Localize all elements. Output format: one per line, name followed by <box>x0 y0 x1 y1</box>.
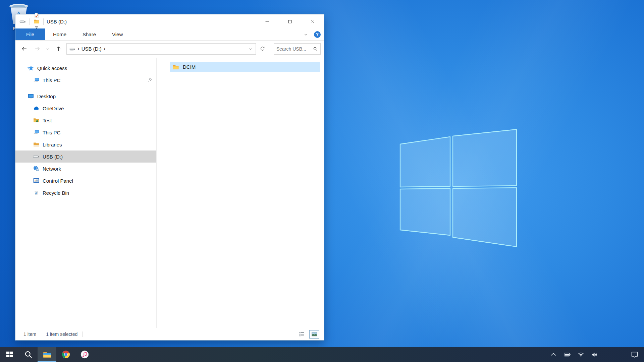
sidebar-item-this-pc[interactable]: This PC <box>15 126 156 138</box>
caption-button-close[interactable] <box>301 14 324 28</box>
quick-access-toolbar <box>15 12 44 31</box>
action-center-icon[interactable] <box>631 351 639 359</box>
sidebar-item-recycle-bin[interactable]: Recycle Bin <box>15 187 156 199</box>
expand-ribbon-chevron-icon[interactable] <box>303 32 309 38</box>
caption-button-minimize[interactable] <box>256 14 278 28</box>
details-view-button[interactable] <box>297 330 307 339</box>
folder-icon[interactable] <box>34 18 40 24</box>
back-button[interactable] <box>17 43 31 55</box>
caption-button-maximize[interactable] <box>278 14 301 28</box>
file-explorer-window: USB (D:) FileHomeShareView ? › USB (D: <box>15 14 324 341</box>
taskbar <box>0 347 644 362</box>
search-icon[interactable] <box>313 46 318 52</box>
sidebar-item-usb-d[interactable]: USB (D:) <box>15 150 156 163</box>
volume-icon[interactable] <box>591 351 598 358</box>
ribbon-menu-bar: FileHomeShareView ? <box>15 28 324 41</box>
item-count: 1 item <box>23 331 36 337</box>
sidebar-item-quick-access[interactable]: Quick access <box>15 62 156 74</box>
taskbar-button-itunes[interactable] <box>75 347 94 362</box>
battery-icon[interactable] <box>564 351 571 358</box>
status-bar: 1 item 1 item selected <box>15 328 324 340</box>
breadcrumb-drive[interactable]: USB (D:) <box>82 46 102 52</box>
address-usb-drive-icon <box>69 46 75 52</box>
breadcrumb-chevron[interactable]: › <box>77 46 79 52</box>
wifi-icon[interactable] <box>577 351 585 358</box>
pin-icon <box>147 77 152 83</box>
sidebar-item-this-pc[interactable]: This PC <box>15 74 156 86</box>
file-item-dcim[interactable]: DCIM <box>170 62 320 72</box>
checkmark-document-icon[interactable] <box>34 12 40 18</box>
sidebar-item-desktop[interactable]: Desktop <box>15 90 156 102</box>
navigation-sidebar: Quick access This PC Desktop <box>15 58 157 328</box>
title-bar[interactable]: USB (D:) <box>15 14 324 28</box>
menu-tab-home[interactable]: Home <box>45 28 74 40</box>
taskbar-button-file-explorer[interactable] <box>38 347 56 362</box>
windows-logo-wallpaper <box>399 127 519 249</box>
large-icons-view-button[interactable] <box>309 330 319 339</box>
sidebar-item-libraries[interactable]: Libraries <box>15 138 156 150</box>
search-box[interactable] <box>274 43 321 55</box>
menu-tab-view[interactable]: View <box>104 28 131 40</box>
sidebar-item-control-panel[interactable]: Control Panel <box>15 175 156 187</box>
search-input[interactable] <box>276 46 311 52</box>
taskbar-button-start[interactable] <box>0 347 19 362</box>
qat-separator <box>30 18 30 25</box>
forward-button[interactable] <box>31 43 44 55</box>
file-list-pane[interactable]: DCIM <box>157 58 324 328</box>
address-bar[interactable]: › USB (D:) › <box>66 43 256 55</box>
taskbar-button-search[interactable] <box>19 347 38 362</box>
caption-buttons <box>256 14 324 28</box>
taskbar-button-chrome[interactable] <box>56 347 75 362</box>
selection-count: 1 item selected <box>46 331 77 337</box>
up-button[interactable] <box>52 43 65 55</box>
address-dropdown-chevron[interactable] <box>248 47 253 51</box>
sidebar-item-onedrive[interactable]: OneDrive <box>15 102 156 114</box>
menu-tab-share[interactable]: Share <box>74 28 104 40</box>
navigation-toolbar: › USB (D:) › <box>15 41 324 57</box>
window-title: USB (D:) <box>47 19 67 24</box>
recent-locations-chevron[interactable] <box>44 43 52 55</box>
qat-separator <box>43 18 44 25</box>
sidebar-item-network[interactable]: Network <box>15 163 156 175</box>
menu-tab-file[interactable]: File <box>15 28 45 40</box>
sidebar-item-test[interactable]: Test <box>15 114 156 126</box>
tray-expand-chevron-icon[interactable] <box>550 351 557 358</box>
refresh-button[interactable] <box>256 43 269 55</box>
breadcrumb-chevron[interactable]: › <box>104 46 106 52</box>
window-usb-drive-icon <box>19 18 26 25</box>
help-button[interactable]: ? <box>314 31 321 38</box>
